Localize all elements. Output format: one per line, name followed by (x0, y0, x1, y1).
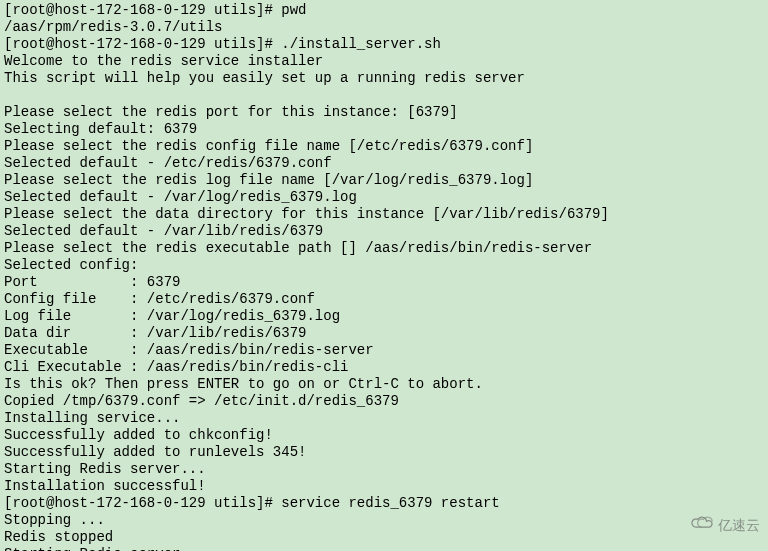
watermark: 亿速云 (688, 515, 760, 535)
cloud-icon (688, 515, 714, 535)
terminal-output[interactable]: [root@host-172-168-0-129 utils]# pwd /aa… (0, 0, 768, 551)
watermark-text: 亿速云 (718, 517, 760, 534)
